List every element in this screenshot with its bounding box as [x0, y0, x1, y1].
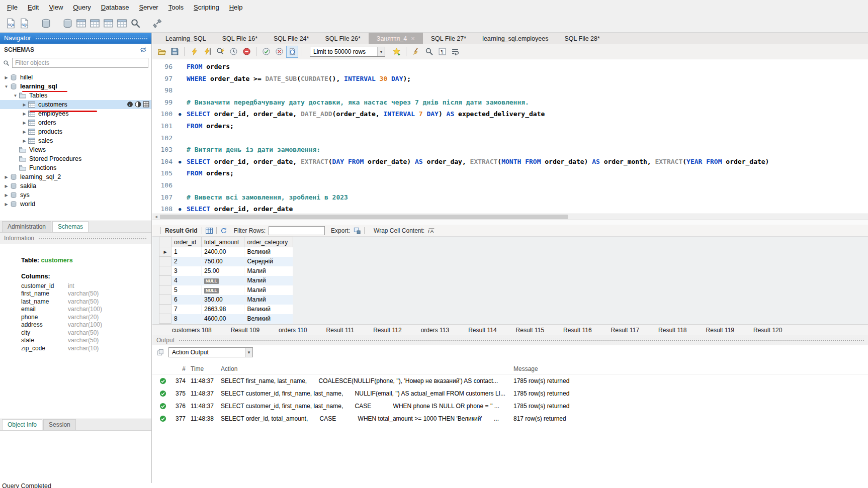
- refresh-results-icon[interactable]: [220, 227, 228, 234]
- row-selector[interactable]: ▶: [159, 247, 171, 257]
- result-row-4[interactable]: 4NULLМалий: [159, 276, 293, 285]
- output-row-377[interactable]: 377 11:48:38 SELECT order_id, total_amou…: [152, 412, 868, 425]
- horizontal-scrollbar[interactable]: ◄: [152, 214, 868, 220]
- result-tab-result-116[interactable]: Result 116: [555, 327, 600, 334]
- result-tab-result-109[interactable]: Result 109: [222, 327, 268, 334]
- menu-query[interactable]: Query: [68, 1, 96, 14]
- editor-tab-sql-file-28[interactable]: SQL File 28*: [556, 33, 607, 44]
- table-data-icon[interactable]: [143, 101, 149, 108]
- sql-code-editor[interactable]: 96FROM orders97WHERE order_date >= DATE_…: [152, 59, 868, 214]
- copy-output-icon[interactable]: [156, 349, 164, 356]
- menu-server[interactable]: Server: [134, 1, 163, 14]
- scroll-left-button[interactable]: ◄: [152, 214, 160, 220]
- toggle-autocommit-icon[interactable]: [286, 46, 298, 58]
- editor-tab-sql-file-26[interactable]: SQL File 26*: [317, 33, 368, 44]
- find-icon[interactable]: [423, 46, 435, 58]
- expand-arrow-icon[interactable]: ▼: [3, 84, 10, 89]
- code-line-98[interactable]: 98: [152, 84, 868, 96]
- row-selector[interactable]: [159, 257, 171, 266]
- limit-rows-dropdown[interactable]: Limit to 50000 rows▾: [310, 47, 385, 57]
- toggle-wrap-icon[interactable]: [449, 46, 461, 58]
- create-function-icon[interactable]: [115, 17, 129, 30]
- code-line-100[interactable]: 100●SELECT order_id, order_date, DATE_AD…: [152, 108, 868, 120]
- editor-tab-4[interactable]: Заняття_4×: [369, 33, 423, 44]
- code-line-108[interactable]: 108●SELECT order_id, order_date: [152, 203, 868, 214]
- beautify-query-icon[interactable]: [410, 46, 422, 58]
- editor-tab-learning-sql[interactable]: Learning_SQL: [157, 33, 214, 44]
- expand-arrow-icon[interactable]: ▼: [12, 93, 19, 98]
- result-tab-result-111[interactable]: Result 111: [318, 327, 363, 334]
- code-line-99[interactable]: 99# Визначити передбачувану дату доставк…: [152, 96, 868, 109]
- commit-icon[interactable]: [260, 46, 272, 58]
- tree-item-world[interactable]: ▶ world: [0, 200, 151, 209]
- result-tab-result-115[interactable]: Result 115: [507, 327, 553, 334]
- row-selector[interactable]: [159, 295, 171, 305]
- nav-tab-administration[interactable]: Administration: [2, 221, 51, 232]
- result-tab-result-117[interactable]: Result 117: [602, 327, 648, 334]
- tree-item-sales[interactable]: ▶ sales: [0, 136, 151, 145]
- create-view-icon[interactable]: [88, 17, 102, 30]
- search-data-icon[interactable]: [129, 17, 142, 30]
- code-line-105[interactable]: 105FROM orders;: [152, 167, 868, 179]
- result-column-total-amount[interactable]: total_amount: [202, 237, 244, 247]
- tree-item-stored-procedures[interactable]: Stored Procedures: [0, 154, 151, 163]
- expand-arrow-icon[interactable]: ▶: [3, 75, 10, 80]
- nav-tab-schemas[interactable]: Schemas: [52, 221, 89, 232]
- execute-current-icon[interactable]: [201, 46, 213, 58]
- new-connection-icon[interactable]: [39, 17, 53, 30]
- tree-item-sakila[interactable]: ▶ sakila: [0, 181, 151, 190]
- add-snippet-icon[interactable]: [390, 46, 402, 58]
- output-row-376[interactable]: 376 11:48:37 SELECT customer_id, first_n…: [152, 400, 868, 412]
- open-script-icon[interactable]: [155, 46, 167, 58]
- filter-objects-input[interactable]: [12, 58, 148, 68]
- grid-options-icon[interactable]: [205, 227, 213, 234]
- code-line-101[interactable]: 101FROM orders;: [152, 120, 868, 132]
- menu-edit[interactable]: Edit: [23, 1, 44, 14]
- result-tab-result-120[interactable]: Result 120: [745, 327, 791, 334]
- row-selector[interactable]: [159, 266, 171, 276]
- result-tab-result-119[interactable]: Result 119: [698, 327, 743, 334]
- tree-item-learning-sql-2[interactable]: ▶ learning_sql_2: [0, 172, 151, 181]
- info-tab-session[interactable]: Session: [43, 419, 76, 430]
- expand-arrow-icon[interactable]: ▶: [21, 130, 28, 134]
- code-line-97[interactable]: 97WHERE order_date >= DATE_SUB(CURDATE()…: [152, 73, 868, 85]
- tree-item-products[interactable]: ▶ products: [0, 127, 151, 136]
- result-column-order-category[interactable]: order_category: [244, 237, 293, 247]
- filter-rows-input[interactable]: [269, 226, 325, 235]
- code-line-104[interactable]: 104●SELECT order_id, order_date, EXTRACT…: [152, 156, 868, 168]
- result-tab-result-112[interactable]: Result 112: [365, 327, 410, 334]
- result-tab-orders-113[interactable]: orders 113: [412, 327, 458, 334]
- result-row-7[interactable]: 72663.98Великий: [159, 305, 293, 314]
- code-line-96[interactable]: 96FROM orders: [152, 61, 868, 73]
- expand-arrow-icon[interactable]: ▶: [3, 202, 10, 207]
- table-info-icon[interactable]: i: [127, 101, 133, 108]
- menu-file[interactable]: File: [2, 1, 23, 14]
- editor-tab-sql-file-24[interactable]: SQL File 24*: [266, 33, 317, 44]
- tree-item-sys[interactable]: ▶ sys: [0, 190, 151, 200]
- output-row-375[interactable]: 375 11:48:37 SELECT customer_id, first_n…: [152, 387, 868, 400]
- tree-item-tables[interactable]: ▼ Tables: [0, 91, 151, 100]
- expand-arrow-icon[interactable]: ▶: [21, 112, 28, 116]
- table-wrench-icon[interactable]: [135, 101, 141, 108]
- tree-item-functions[interactable]: Functions: [0, 163, 151, 172]
- expand-arrow-icon[interactable]: ▶: [3, 184, 10, 188]
- row-selector[interactable]: [159, 285, 171, 295]
- expand-arrow-icon[interactable]: ▶: [21, 139, 28, 143]
- code-line-103[interactable]: 103# Витягти день із дати замовлення:: [152, 144, 868, 156]
- editor-tab-learning-sql-employees[interactable]: learning_sql.employees: [474, 33, 556, 44]
- tree-item-views[interactable]: Views: [0, 145, 151, 154]
- result-tab-orders-110[interactable]: orders 110: [270, 327, 315, 334]
- row-selector[interactable]: [159, 276, 171, 285]
- menu-tools[interactable]: Tools: [163, 1, 189, 14]
- result-row-5[interactable]: 5NULLМалий: [159, 285, 293, 295]
- menu-database[interactable]: Database: [96, 1, 134, 14]
- menu-help[interactable]: Help: [224, 1, 248, 14]
- reconnect-server-icon[interactable]: [150, 17, 164, 30]
- result-tab-result-118[interactable]: Result 118: [650, 327, 695, 334]
- create-procedure-icon[interactable]: [102, 17, 115, 30]
- result-row-3[interactable]: 325.00Малий: [159, 266, 293, 276]
- output-row-374[interactable]: 374 11:48:37 SELECT first_name, last_nam…: [152, 374, 868, 387]
- info-tab-object-info[interactable]: Object Info: [2, 419, 42, 430]
- tree-item-orders[interactable]: ▶ orders: [0, 118, 151, 127]
- expand-arrow-icon[interactable]: ▶: [21, 103, 28, 107]
